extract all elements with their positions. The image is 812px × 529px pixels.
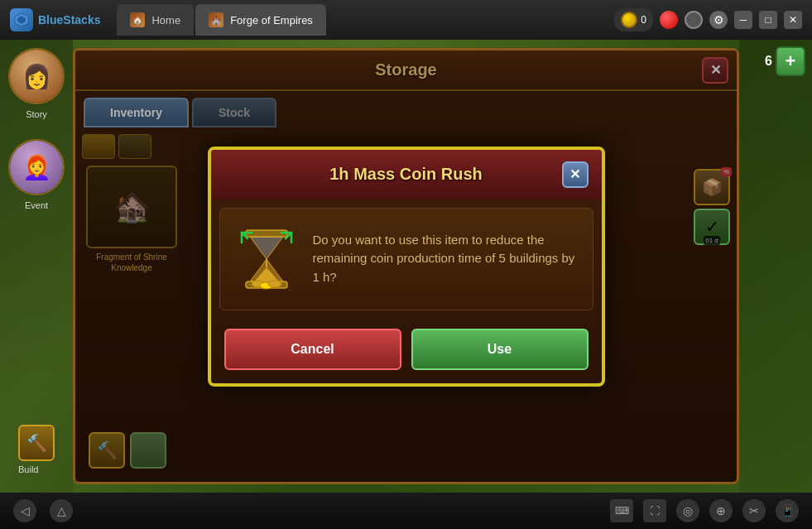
record-icon[interactable] — [685, 11, 703, 29]
bluestacks-label: BlueStacks — [38, 13, 100, 26]
dialog-body: Do you want to use this item to reduce t… — [219, 208, 593, 310]
story-avatar[interactable]: 👩 — [8, 48, 65, 104]
phone-icon[interactable]: 📱 — [776, 499, 799, 522]
use-button[interactable]: Use — [411, 329, 589, 370]
system-bar: ◁ △ ⌨ ⛶ ◎ ⊕ ✂ 📱 — [0, 493, 812, 529]
tab-home[interactable]: 🏠 Home — [117, 4, 194, 36]
plus-button[interactable]: + — [776, 46, 805, 76]
event-avatar[interactable]: 👩‍🦰 — [8, 139, 65, 195]
coin-display: 0 — [614, 8, 653, 31]
dialog-buttons: Cancel Use — [211, 319, 602, 383]
browser-tabs: 🏠 Home 🏰 Forge of Empires — [117, 0, 325, 40]
right-sidebar: 6 + — [739, 40, 812, 493]
dialog-body-text: Do you want to use this item to reduce t… — [313, 231, 579, 287]
left-sidebar: 👩 Story 👩‍🦰 Event 🔨 Build — [0, 40, 73, 493]
story-label: Story — [26, 109, 47, 119]
maximize-button[interactable]: □ — [759, 11, 777, 29]
close-button[interactable]: ✕ — [784, 11, 802, 29]
dialog-close-button[interactable]: ✕ — [562, 161, 589, 188]
titlebar: BlueStacks 🏠 Home 🏰 Forge of Empires 0 ⚙… — [0, 0, 812, 40]
scissors-icon[interactable]: ✂ — [742, 499, 766, 522]
hammer-tool-btn[interactable]: 🔨 — [18, 425, 55, 461]
svg-point-7 — [268, 281, 281, 287]
back-icon[interactable]: ◁ — [13, 499, 36, 522]
dialog-overlay: 1h Mass Coin Rush ✕ — [75, 50, 737, 482]
sys-nav-left: ◁ △ — [13, 499, 73, 522]
location-icon[interactable]: ⊕ — [709, 499, 733, 522]
minimize-button[interactable]: ─ — [734, 11, 752, 29]
plus-count: 6 — [765, 54, 772, 69]
titlebar-right-controls: 0 ⚙ ─ □ ✕ — [614, 8, 812, 31]
mass-coin-rush-dialog: 1h Mass Coin Rush ✕ — [208, 147, 605, 387]
notification-icon[interactable] — [660, 11, 678, 29]
storage-modal: Storage ✕ Inventory Stock 🏚️ Fragment of… — [73, 48, 739, 484]
sys-nav-right: ⌨ ⛶ ◎ ⊕ ✂ 📱 — [610, 499, 799, 522]
dialog-header: 1h Mass Coin Rush ✕ — [211, 150, 602, 200]
dialog-title: 1h Mass Coin Rush — [251, 165, 562, 184]
event-label: Event — [25, 200, 48, 210]
hourglass-icon — [233, 222, 300, 296]
tab-game-label: Forge of Empires — [230, 14, 313, 26]
game-favicon: 🏰 — [209, 12, 223, 27]
bluestacks-logo[interactable]: BlueStacks — [0, 8, 110, 31]
home-icon[interactable]: △ — [50, 499, 73, 522]
settings-icon[interactable]: ⚙ — [709, 11, 728, 29]
tab-game[interactable]: 🏰 Forge of Empires — [195, 4, 326, 36]
home-favicon: 🏠 — [130, 12, 145, 27]
expand-icon[interactable]: ⛶ — [643, 499, 666, 522]
camera-icon[interactable]: ◎ — [676, 499, 699, 522]
tab-home-label: Home — [151, 14, 180, 26]
keyboard-icon[interactable]: ⌨ — [610, 499, 633, 522]
game-background: 👩 Story 👩‍🦰 Event 🔨 Build Storage ✕ Inve… — [0, 40, 812, 493]
build-label: Build — [18, 464, 38, 474]
cancel-button[interactable]: Cancel — [224, 329, 401, 370]
bs-icon — [10, 8, 33, 31]
coin-icon — [621, 12, 637, 28]
coin-count: 0 — [641, 14, 646, 26]
